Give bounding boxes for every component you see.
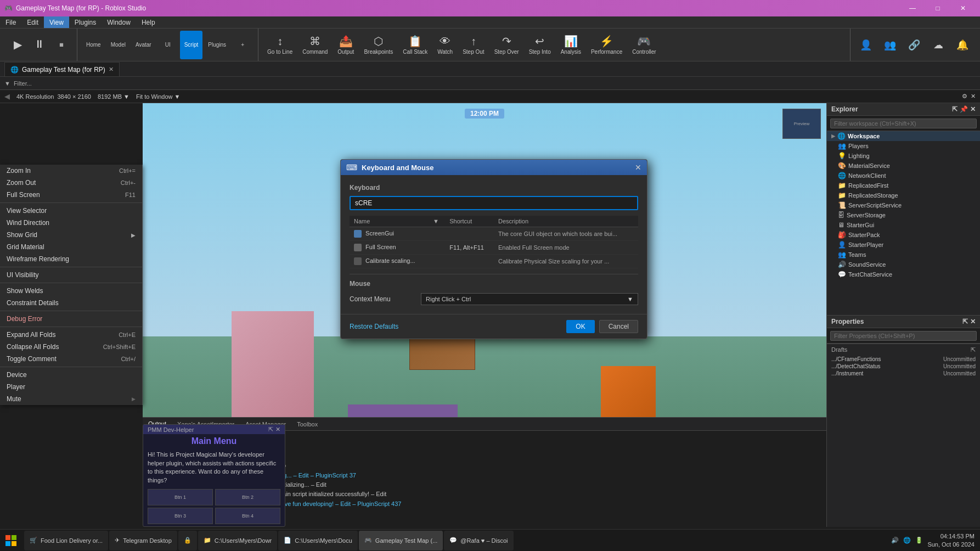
output-tab-toolbox[interactable]: Toolbox <box>291 418 323 430</box>
maximize-button[interactable]: □ <box>925 0 950 16</box>
device-item[interactable]: Device <box>0 369 142 381</box>
settings-icon[interactable]: ⚙ <box>962 93 967 100</box>
show-welds-item[interactable]: Show Welds <box>0 285 142 297</box>
tab-model[interactable]: Model <box>106 31 130 59</box>
menu-plugins[interactable]: Plugins <box>69 16 102 28</box>
constraint-details-item[interactable]: Constraint Details <box>0 297 142 309</box>
performance-button[interactable]: ⚡ Performance <box>587 31 627 59</box>
taskbar-item-telegram[interactable]: ✈ Telegram Desktop <box>109 531 177 550</box>
controller-button[interactable]: 🎮 Controller <box>628 31 660 59</box>
tree-item-replicatedfirst[interactable]: 📁 ReplicatedFirst <box>827 181 980 190</box>
start-button[interactable] <box>0 530 22 552</box>
explorer-expand-icon[interactable]: ⇱ <box>952 105 958 113</box>
memory-dropdown[interactable]: 8192 MB ▼ <box>98 93 129 100</box>
stepover-button[interactable]: ↷ Step Over <box>490 31 523 59</box>
tree-item-replicatedstorage[interactable]: 📁 ReplicatedStorage <box>827 190 980 200</box>
col-filter-icon[interactable]: ▼ <box>429 216 445 227</box>
pmm-expand-icon[interactable]: ⇱ <box>268 426 273 433</box>
watch-button[interactable]: 👁 Watch <box>433 31 457 59</box>
tree-item-soundservice[interactable]: 🔊 SoundService <box>827 260 980 269</box>
scroll-left-button[interactable]: ◀ <box>4 92 10 100</box>
tree-item-networkclient[interactable]: 🌐 NetworkClient <box>827 171 980 181</box>
zoom-out-item[interactable]: Zoom Out Ctrl+- <box>0 177 142 189</box>
stepout-button[interactable]: ↑ Step Out <box>458 31 488 59</box>
pause-button[interactable]: ⏸ <box>29 31 50 59</box>
menu-file[interactable]: File <box>0 16 21 28</box>
stepinto-button[interactable]: ↩ Step Into <box>525 31 555 59</box>
tab-plugins[interactable]: Plugins <box>204 31 230 59</box>
tree-item-starterplayer[interactable]: 👤 StarterPlayer <box>827 240 980 250</box>
explorer-search-input[interactable] <box>830 119 977 128</box>
restore-defaults-button[interactable]: Restore Defaults <box>350 323 398 330</box>
tree-item-serverscriptservice[interactable]: 📜 ServerScriptService <box>827 200 980 210</box>
output-button[interactable]: 📤 Output <box>333 31 358 59</box>
minimize-button[interactable]: — <box>900 0 925 16</box>
tree-item-players[interactable]: 👥 Players <box>827 141 980 151</box>
menu-help[interactable]: Help <box>136 16 161 28</box>
menu-edit[interactable]: Edit <box>21 16 44 28</box>
ui-visibility-item[interactable]: UI Visibility <box>0 269 142 281</box>
menu-view[interactable]: View <box>44 16 69 28</box>
taskbar-item-explorer2[interactable]: 📄 C:\Users\Myers\Docu <box>278 531 358 550</box>
pmm-btn-1[interactable]: Btn 1 <box>148 489 213 505</box>
tab-script[interactable]: Script <box>180 31 203 59</box>
command-button[interactable]: ⌘ Command <box>298 31 332 59</box>
tree-item-lighting[interactable]: 💡 Lighting <box>827 151 980 161</box>
tab-avatar[interactable]: Avatar <box>131 31 156 59</box>
explorer-close-icon[interactable]: ✕ <box>970 105 976 113</box>
tree-item-starterpack[interactable]: 🎒 StarterPack <box>827 230 980 240</box>
taskbar-item-explorer1[interactable]: 📁 C:\Users\Myers\Dowr <box>198 531 278 550</box>
ok-button[interactable]: OK <box>566 320 594 333</box>
menu-window[interactable]: Window <box>102 16 136 28</box>
tree-item-textchatservice[interactable]: 💬 TextChatService <box>827 269 980 279</box>
properties-close-icon[interactable]: ✕ <box>970 318 976 325</box>
show-grid-item[interactable]: Show Grid ▶ <box>0 229 142 241</box>
debug-error-item[interactable]: Debug Error <box>0 313 142 325</box>
mute-item[interactable]: Mute ▶ <box>0 393 142 405</box>
tab-home[interactable]: Home <box>82 31 105 59</box>
expand-folds-item[interactable]: Expand All Folds Ctrl+E <box>0 329 142 341</box>
grid-material-item[interactable]: Grid Material <box>0 241 142 253</box>
breakpoints-button[interactable]: ⬡ Breakpoints <box>359 31 397 59</box>
analysis-button[interactable]: 📊 Analysis <box>556 31 585 59</box>
taskbar-item-foodlion[interactable]: 🛒 Food Lion Delivery or... <box>24 531 108 550</box>
document-tab[interactable]: 🌐 Gameplay Test Map (for RP) ✕ <box>4 62 120 76</box>
system-clock[interactable]: 04:14:53 PM Sun, Oct 06 2024 <box>927 532 975 548</box>
close-button[interactable]: ✕ <box>950 0 976 16</box>
notification-button[interactable]: 🔔 <box>951 31 973 59</box>
play-button[interactable]: ▶ <box>7 31 29 59</box>
pmm-close-icon[interactable]: ✕ <box>275 426 280 433</box>
close-viewport-button[interactable]: ✕ <box>971 93 976 100</box>
zoom-in-item[interactable]: Zoom In Ctrl+= <box>0 165 142 177</box>
collaborate-button[interactable]: 👥 <box>879 31 901 59</box>
pmm-btn-4[interactable]: Btn 4 <box>215 508 280 524</box>
tab-close-button[interactable]: ✕ <box>109 66 114 73</box>
tab-add[interactable]: + <box>232 31 254 59</box>
taskbar-item-discord[interactable]: 💬 @Rafa ♥ – Discoi <box>444 531 513 550</box>
tree-item-startergui[interactable]: 🖥 StarterGui <box>827 220 980 230</box>
taskbar-item-roblox[interactable]: 🎮 Gameplay Test Map (... <box>359 531 443 550</box>
tree-item-teams[interactable]: 👥 Teams <box>827 250 980 260</box>
collapse-folds-item[interactable]: Collapse All Folds Ctrl+Shift+E <box>0 341 142 353</box>
keyboard-mouse-dialog[interactable]: ⌨ Keyboard and Mouse ✕ Keyboard Name ▼ S… <box>340 159 647 339</box>
taskbar-item-lock[interactable]: 🔒 <box>178 531 197 550</box>
stop-button[interactable]: ⏹ <box>50 31 72 59</box>
tab-ui[interactable]: UI <box>157 31 179 59</box>
properties-search-input[interactable] <box>830 331 977 341</box>
wireframe-item[interactable]: Wireframe Rendering <box>0 253 142 265</box>
keyboard-search-input[interactable] <box>350 196 638 210</box>
properties-expand-icon[interactable]: ⇱ <box>962 318 968 325</box>
cancel-button[interactable]: Cancel <box>599 320 638 333</box>
wind-direction-item[interactable]: Wind Direction <box>0 217 142 229</box>
share-button[interactable]: 🔗 <box>903 31 925 59</box>
pmm-btn-2[interactable]: Btn 2 <box>215 489 280 505</box>
toggle-comment-item[interactable]: Toggle Comment Ctrl+/ <box>0 353 142 365</box>
full-screen-item[interactable]: Full Screen F11 <box>0 189 142 201</box>
pmm-btn-3[interactable]: Btn 3 <box>148 508 213 524</box>
tree-item-materialservice[interactable]: 🎨 MaterialService <box>827 161 980 171</box>
context-menu-dropdown[interactable]: Right Click + Ctrl ▼ <box>421 293 638 305</box>
player-item[interactable]: Player <box>0 381 142 393</box>
view-selector-item[interactable]: View Selector <box>0 205 142 217</box>
cloud-button[interactable]: ☁ <box>927 31 949 59</box>
dialog-close-button[interactable]: ✕ <box>635 163 641 172</box>
